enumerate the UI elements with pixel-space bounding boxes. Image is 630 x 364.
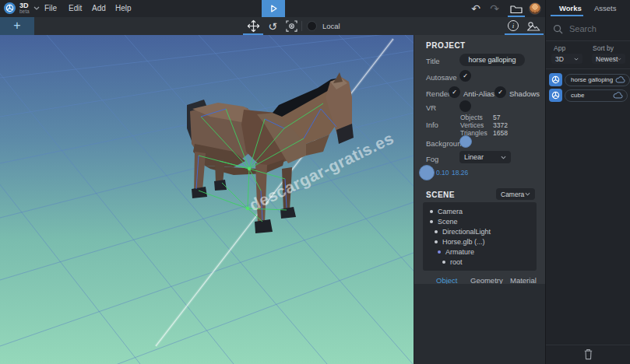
search-icon [553,24,563,34]
add-object-button[interactable]: + [0,17,34,35]
work-item-horse-galloping[interactable]: horse galloping [549,73,628,86]
fog-near-value[interactable]: 0.10 [436,169,449,177]
properties-panel: PROJECT Title Autosave ✓ Renderer ✓ Anti… [414,35,545,364]
scene-section-title: SCENE [426,191,455,199]
environment-icon [526,21,540,31]
sort-value: Newest [596,55,618,63]
tree-item-horse-glb[interactable]: Horse.glb (...) [423,236,537,247]
menu-help[interactable]: Help [111,0,136,17]
app-filter-label: App [554,44,565,52]
chevron-down-icon [501,156,506,159]
work-3d-icon [549,89,562,102]
chevron-down-icon [574,58,579,61]
project-section-title: PROJECT [426,41,466,50]
info-label: Info [426,121,438,129]
bullet-icon [430,220,433,223]
tab-assets[interactable]: Assets [594,0,617,17]
tree-item-root[interactable]: root [423,257,537,267]
divider [546,68,630,69]
tab-works-active-indicator [551,15,583,16]
app-filter-dropdown[interactable]: 3D [551,54,582,64]
viewport-canvas[interactable]: descargar-gratis.es [0,35,414,364]
environment-panel-button[interactable] [526,21,540,31]
app-filter-value: 3D [555,55,564,63]
info-triangles-value: 1658 [493,129,508,137]
logo-icon [4,2,16,14]
local-global-toggle[interactable] [307,21,317,31]
tree-item-scene[interactable]: Scene [423,216,537,226]
work-name-pill[interactable]: cube [565,89,628,102]
sort-by-label: Sort by [593,44,614,52]
info-objects-name: Objects [460,114,483,121]
info-objects-value: 57 [493,114,500,121]
works-sidebar: Works Assets App Sort by 3D Newest [545,0,630,364]
folder-icon [510,4,523,14]
app-subtitle: beta [19,9,30,15]
background-color-swatch[interactable] [459,135,472,148]
menu-edit[interactable]: Edit [64,0,86,17]
scene-selector-value: Camera [501,191,524,198]
fog-label: Fog [426,155,438,163]
trash-button[interactable] [546,348,630,360]
vr-checkbox[interactable] [459,100,471,112]
info-panel-button[interactable]: i [508,20,519,31]
work-item-cube[interactable]: cube [549,89,628,102]
tree-item-directionallight[interactable]: DirectionalLight [423,226,537,236]
bullet-icon [438,250,441,254]
local-label: Local [322,17,340,35]
antialias-checkbox[interactable]: ✓ [449,86,460,98]
fog-type-dropdown[interactable]: Linear [459,151,511,163]
move-icon [247,19,260,33]
user-avatar[interactable] [529,2,541,15]
move-tool-button[interactable] [244,19,262,33]
scale-tool-button[interactable] [282,19,301,33]
play-icon [268,3,279,14]
bullet-icon [430,210,433,213]
title-label: Title [426,57,440,65]
fog-type-value: Linear [464,153,484,161]
vr-label: VR [426,103,436,112]
tree-item-armature[interactable]: Armature [423,247,537,257]
autosave-checkbox[interactable]: ✓ [459,70,471,82]
redo-button[interactable]: ↷ [486,0,503,17]
work-name-pill[interactable]: horse galloping [565,74,630,86]
undo-button[interactable]: ↶ [467,0,484,17]
menu-add[interactable]: Add [87,0,111,17]
work-name: horse galloping [571,76,613,83]
cloud-sync-icon[interactable] [613,92,623,99]
top-menubar: 3D beta File Edit Add Help ↶ ↷ [0,0,545,17]
shadows-checkbox[interactable]: ✓ [494,86,506,98]
work-name: cube [571,92,611,99]
play-button[interactable] [262,0,285,17]
search-bar [546,19,630,39]
autosave-label: Autosave [426,73,457,82]
fog-color-swatch[interactable] [419,165,435,180]
chevron-down-icon [33,6,40,10]
tab-content-empty [414,284,546,364]
search-input[interactable] [569,24,616,33]
bullet-icon [435,240,438,243]
chevron-down-icon [525,192,530,196]
bullet-icon [435,230,438,233]
rotate-tool-button[interactable]: ↺ [263,19,282,33]
app-window: 3D beta File Edit Add Help ↶ ↷ + [0,0,630,364]
project-title-input[interactable] [459,54,525,66]
viewport-scene [0,35,414,364]
antialias-label: Anti-Alias [463,89,494,98]
fog-far-value[interactable]: 18.26 [452,169,468,177]
cloud-sync-icon[interactable] [615,76,625,83]
app-logo[interactable]: 3D beta [4,2,40,15]
trash-icon [582,348,594,360]
scene-selector-dropdown[interactable]: Camera [496,188,535,200]
tree-item-camera[interactable]: Camera [423,206,537,216]
menu-file[interactable]: File [40,0,62,17]
chevron-down-icon [618,58,621,61]
info-vertices-name: Vertices [460,121,484,129]
tool-toolbar: + ↺ Local i [0,17,545,35]
divider [546,345,630,345]
projects-folder-button[interactable] [506,0,526,17]
sort-dropdown[interactable]: Newest [592,54,625,64]
info-vertices-value: 3372 [493,121,508,129]
divider [546,40,630,41]
scale-focus-icon [286,20,297,32]
